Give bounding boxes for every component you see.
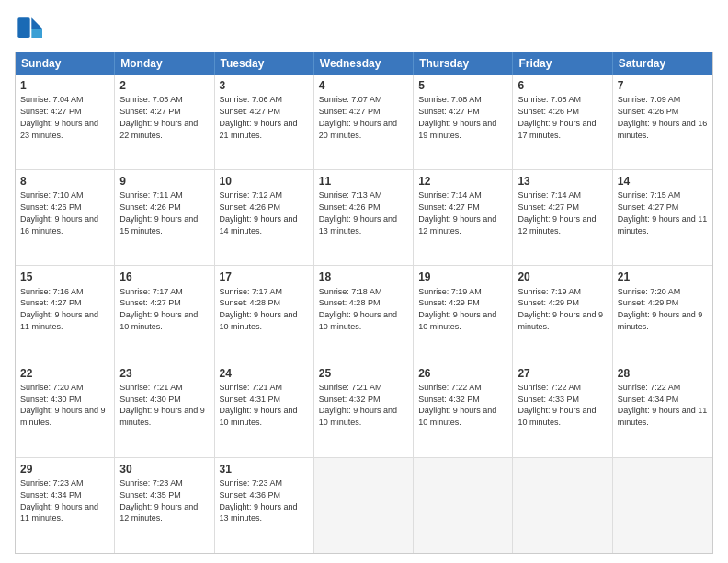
weekday-header-monday: Monday — [115, 52, 214, 75]
calendar-day-13: 13Sunrise: 7:14 AM Sunset: 4:27 PM Dayli… — [513, 170, 612, 265]
calendar-day-9: 9Sunrise: 7:11 AM Sunset: 4:26 PM Daylig… — [115, 170, 214, 265]
calendar-day-14: 14Sunrise: 7:15 AM Sunset: 4:27 PM Dayli… — [613, 170, 712, 265]
calendar-day-19: 19Sunrise: 7:19 AM Sunset: 4:29 PM Dayli… — [414, 266, 513, 361]
calendar-empty-cell — [513, 458, 612, 553]
calendar-day-20: 20Sunrise: 7:19 AM Sunset: 4:29 PM Dayli… — [513, 266, 612, 361]
day-number: 3 — [220, 78, 309, 93]
day-number: 25 — [319, 366, 408, 381]
day-info: Sunrise: 7:06 AM Sunset: 4:27 PM Dayligh… — [220, 95, 298, 139]
day-number: 23 — [119, 366, 209, 381]
calendar-row-4: 22Sunrise: 7:20 AM Sunset: 4:30 PM Dayli… — [16, 362, 712, 457]
day-info: Sunrise: 7:12 AM Sunset: 4:26 PM Dayligh… — [220, 190, 298, 235]
calendar-empty-cell — [314, 458, 414, 553]
day-number: 29 — [20, 462, 109, 477]
day-info: Sunrise: 7:22 AM Sunset: 4:34 PM Dayligh… — [618, 383, 708, 427]
day-number: 30 — [119, 462, 209, 477]
day-info: Sunrise: 7:17 AM Sunset: 4:28 PM Dayligh… — [220, 287, 298, 331]
day-number: 16 — [119, 270, 209, 284]
day-number: 4 — [319, 78, 408, 93]
calendar-day-6: 6Sunrise: 7:08 AM Sunset: 4:26 PM Daylig… — [513, 75, 612, 169]
day-info: Sunrise: 7:17 AM Sunset: 4:27 PM Dayligh… — [119, 287, 198, 331]
calendar-row-1: 1Sunrise: 7:04 AM Sunset: 4:27 PM Daylig… — [16, 75, 712, 169]
day-info: Sunrise: 7:13 AM Sunset: 4:26 PM Dayligh… — [319, 190, 397, 235]
day-number: 12 — [418, 174, 507, 189]
day-number: 19 — [418, 270, 507, 284]
svg-rect-2 — [17, 17, 29, 38]
logo-icon — [15, 15, 42, 42]
calendar-body: 1Sunrise: 7:04 AM Sunset: 4:27 PM Daylig… — [16, 75, 712, 553]
calendar-day-1: 1Sunrise: 7:04 AM Sunset: 4:27 PM Daylig… — [16, 75, 115, 169]
weekday-header-wednesday: Wednesday — [314, 52, 414, 75]
day-info: Sunrise: 7:08 AM Sunset: 4:27 PM Dayligh… — [418, 95, 496, 139]
day-number: 22 — [20, 366, 109, 381]
svg-marker-1 — [31, 29, 42, 38]
calendar-day-26: 26Sunrise: 7:22 AM Sunset: 4:32 PM Dayli… — [414, 362, 513, 457]
day-info: Sunrise: 7:16 AM Sunset: 4:27 PM Dayligh… — [20, 287, 98, 331]
day-info: Sunrise: 7:19 AM Sunset: 4:29 PM Dayligh… — [518, 287, 603, 331]
day-info: Sunrise: 7:23 AM Sunset: 4:36 PM Dayligh… — [220, 478, 298, 523]
day-info: Sunrise: 7:21 AM Sunset: 4:32 PM Dayligh… — [319, 383, 397, 427]
day-info: Sunrise: 7:08 AM Sunset: 4:26 PM Dayligh… — [518, 95, 596, 139]
calendar-day-17: 17Sunrise: 7:17 AM Sunset: 4:28 PM Dayli… — [215, 266, 314, 361]
day-number: 26 — [418, 366, 507, 381]
calendar-day-15: 15Sunrise: 7:16 AM Sunset: 4:27 PM Dayli… — [16, 266, 115, 361]
weekday-header-sunday: Sunday — [16, 52, 115, 75]
logo — [15, 15, 46, 42]
day-number: 13 — [518, 174, 607, 189]
calendar-row-2: 8Sunrise: 7:10 AM Sunset: 4:26 PM Daylig… — [16, 169, 712, 265]
day-info: Sunrise: 7:21 AM Sunset: 4:31 PM Dayligh… — [220, 383, 298, 427]
calendar: SundayMondayTuesdayWednesdayThursdayFrid… — [15, 52, 713, 554]
day-number: 21 — [618, 270, 708, 284]
calendar-day-31: 31Sunrise: 7:23 AM Sunset: 4:36 PM Dayli… — [215, 458, 314, 553]
day-number: 18 — [319, 270, 408, 284]
day-info: Sunrise: 7:23 AM Sunset: 4:34 PM Dayligh… — [20, 478, 98, 523]
calendar-day-23: 23Sunrise: 7:21 AM Sunset: 4:30 PM Dayli… — [115, 362, 214, 457]
day-info: Sunrise: 7:11 AM Sunset: 4:26 PM Dayligh… — [119, 190, 198, 235]
calendar-day-11: 11Sunrise: 7:13 AM Sunset: 4:26 PM Dayli… — [314, 170, 414, 265]
day-info: Sunrise: 7:10 AM Sunset: 4:26 PM Dayligh… — [20, 190, 98, 235]
calendar-day-7: 7Sunrise: 7:09 AM Sunset: 4:26 PM Daylig… — [613, 75, 712, 169]
calendar-empty-cell — [613, 458, 712, 553]
calendar-day-29: 29Sunrise: 7:23 AM Sunset: 4:34 PM Dayli… — [16, 458, 115, 553]
calendar-day-25: 25Sunrise: 7:21 AM Sunset: 4:32 PM Dayli… — [314, 362, 414, 457]
calendar-day-16: 16Sunrise: 7:17 AM Sunset: 4:27 PM Dayli… — [115, 266, 214, 361]
day-number: 10 — [220, 174, 309, 189]
weekday-header-saturday: Saturday — [613, 52, 712, 75]
day-number: 6 — [518, 78, 607, 93]
calendar-empty-cell — [414, 458, 513, 553]
day-info: Sunrise: 7:22 AM Sunset: 4:33 PM Dayligh… — [518, 383, 596, 427]
svg-marker-0 — [31, 17, 42, 29]
day-info: Sunrise: 7:21 AM Sunset: 4:30 PM Dayligh… — [119, 383, 205, 427]
calendar-day-22: 22Sunrise: 7:20 AM Sunset: 4:30 PM Dayli… — [16, 362, 115, 457]
calendar-day-12: 12Sunrise: 7:14 AM Sunset: 4:27 PM Dayli… — [414, 170, 513, 265]
calendar-day-4: 4Sunrise: 7:07 AM Sunset: 4:27 PM Daylig… — [314, 75, 414, 169]
calendar-day-30: 30Sunrise: 7:23 AM Sunset: 4:35 PM Dayli… — [115, 458, 214, 553]
day-info: Sunrise: 7:14 AM Sunset: 4:27 PM Dayligh… — [418, 190, 496, 235]
day-number: 28 — [618, 366, 708, 381]
day-info: Sunrise: 7:04 AM Sunset: 4:27 PM Dayligh… — [20, 95, 98, 139]
day-info: Sunrise: 7:05 AM Sunset: 4:27 PM Dayligh… — [119, 95, 198, 139]
header — [15, 15, 713, 42]
calendar-day-28: 28Sunrise: 7:22 AM Sunset: 4:34 PM Dayli… — [613, 362, 712, 457]
day-info: Sunrise: 7:09 AM Sunset: 4:26 PM Dayligh… — [618, 95, 708, 139]
page: SundayMondayTuesdayWednesdayThursdayFrid… — [0, 0, 728, 563]
calendar-day-5: 5Sunrise: 7:08 AM Sunset: 4:27 PM Daylig… — [414, 75, 513, 169]
weekday-header-friday: Friday — [513, 52, 612, 75]
day-info: Sunrise: 7:19 AM Sunset: 4:29 PM Dayligh… — [418, 287, 496, 331]
calendar-day-21: 21Sunrise: 7:20 AM Sunset: 4:29 PM Dayli… — [613, 266, 712, 361]
day-number: 8 — [20, 174, 109, 189]
day-number: 15 — [20, 270, 109, 284]
weekday-header-thursday: Thursday — [414, 52, 513, 75]
day-info: Sunrise: 7:20 AM Sunset: 4:29 PM Dayligh… — [618, 287, 703, 331]
day-number: 9 — [119, 174, 209, 189]
day-info: Sunrise: 7:07 AM Sunset: 4:27 PM Dayligh… — [319, 95, 397, 139]
day-number: 7 — [618, 78, 708, 93]
day-number: 14 — [618, 174, 708, 189]
day-info: Sunrise: 7:23 AM Sunset: 4:35 PM Dayligh… — [119, 478, 198, 523]
day-info: Sunrise: 7:18 AM Sunset: 4:28 PM Dayligh… — [319, 287, 397, 331]
day-info: Sunrise: 7:15 AM Sunset: 4:27 PM Dayligh… — [618, 190, 708, 235]
calendar-day-18: 18Sunrise: 7:18 AM Sunset: 4:28 PM Dayli… — [314, 266, 414, 361]
calendar-day-8: 8Sunrise: 7:10 AM Sunset: 4:26 PM Daylig… — [16, 170, 115, 265]
day-info: Sunrise: 7:22 AM Sunset: 4:32 PM Dayligh… — [418, 383, 496, 427]
calendar-header: SundayMondayTuesdayWednesdayThursdayFrid… — [16, 52, 712, 75]
